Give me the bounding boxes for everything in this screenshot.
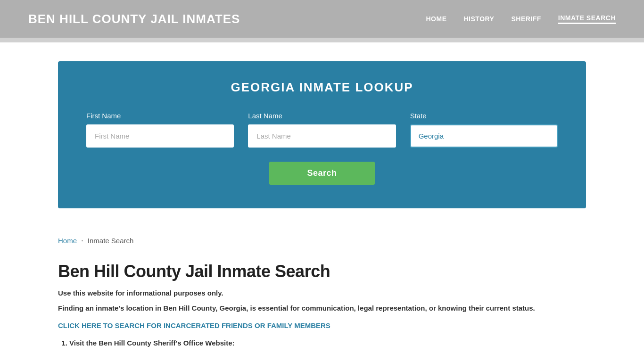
state-label: State <box>410 112 558 120</box>
nav-item-home[interactable]: HOME <box>426 15 447 23</box>
nav-item-sheriff[interactable]: SHERIFF <box>511 15 541 23</box>
breadcrumb-separator: • <box>82 239 83 243</box>
first-name-input[interactable] <box>86 124 234 148</box>
breadcrumb-home-link[interactable]: Home <box>58 237 77 245</box>
state-group: State <box>410 112 558 148</box>
last-name-group: Last Name <box>248 112 396 148</box>
description-text: Finding an inmate's location in Ben Hill… <box>58 303 586 314</box>
search-link[interactable]: CLICK HERE to Search for Incarcerated Fr… <box>58 321 586 329</box>
search-btn-row: Search <box>86 162 558 185</box>
first-name-group: First Name <box>86 112 234 148</box>
last-name-label: Last Name <box>248 112 396 120</box>
nav-item-history[interactable]: HISTORY <box>464 15 495 23</box>
instruction-item-1: Visit the Ben Hill County Sheriff's Offi… <box>69 339 586 347</box>
main-nav: HOME HISTORY SHERIFF INMATE SEARCH <box>426 14 616 24</box>
page-title: Ben Hill County Jail Inmate Search <box>58 262 586 281</box>
breadcrumb-current: Inmate Search <box>88 237 134 245</box>
form-row: First Name Last Name State <box>86 112 558 148</box>
instructions-list: Visit the Ben Hill County Sheriff's Offi… <box>58 339 586 347</box>
search-button[interactable]: Search <box>269 162 374 185</box>
state-input[interactable] <box>410 124 558 148</box>
breadcrumb: Home • Inmate Search <box>58 237 586 245</box>
lookup-title: GEORGIA INMATE LOOKUP <box>86 80 558 95</box>
main-content: Home • Inmate Search Ben Hill County Jai… <box>58 227 586 362</box>
sub-header-stripe <box>0 38 644 42</box>
first-name-label: First Name <box>86 112 234 120</box>
nav-item-inmate-search[interactable]: INMATE SEARCH <box>558 14 616 24</box>
site-header: BEN HILL COUNTY JAIL INMATES HOME HISTOR… <box>0 0 644 38</box>
subtitle-text: Use this website for informational purpo… <box>58 289 586 297</box>
inmate-lookup-section: GEORGIA INMATE LOOKUP First Name Last Na… <box>58 61 586 208</box>
last-name-input[interactable] <box>248 124 396 148</box>
site-title: BEN HILL COUNTY JAIL INMATES <box>28 12 240 26</box>
